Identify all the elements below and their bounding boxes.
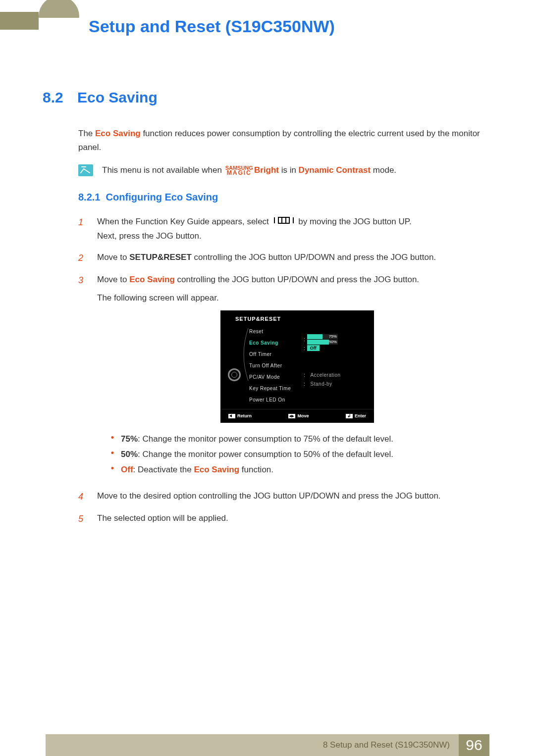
osd-item-keyrep: Key Repeat Time: [249, 384, 304, 393]
osd-move-button: ◂▸Move: [288, 412, 309, 420]
osd-footer: Return ◂▸Move ↲Enter: [220, 409, 374, 423]
return-icon: [228, 414, 235, 418]
section-number: 8.2: [43, 89, 72, 106]
text: controlling the JOG button UP/DOWN and p…: [192, 252, 436, 262]
osd-item-pcav: PC/AV Mode: [249, 373, 304, 381]
option-key: Off: [121, 465, 133, 474]
menu-icon: [273, 215, 294, 229]
osd-value-offtimer: :Off: [304, 345, 368, 351]
step-number: 2: [78, 251, 87, 266]
text: mode.: [371, 165, 396, 175]
step-number: 3: [78, 273, 87, 483]
bullet-icon: •: [97, 462, 115, 478]
osd-value-eco: : 75% 50%: [304, 336, 368, 342]
osd-item-turnoff: Turn Off After: [249, 361, 304, 370]
step-3: 3 Move to Eco Saving controlling the JOG…: [78, 273, 489, 483]
osd-values: : 75% 50% :Off : Acceleration: [304, 326, 368, 404]
text: The selected option will be applied.: [97, 513, 228, 523]
note-icon: [78, 164, 93, 176]
step-list: 1 When the Function Key Guide appears, s…: [78, 215, 489, 526]
text: function.: [239, 465, 273, 474]
option-bullets: •75%: Change the monitor power consumpti…: [97, 432, 489, 477]
osd-item-reset: Reset: [249, 327, 304, 336]
bullet-off: •Off: Deactivate the Eco Saving function…: [97, 462, 489, 478]
bullet-icon: •: [97, 447, 115, 462]
svg-rect-0: [278, 217, 289, 223]
note-row: This menu is not available when SAMSUNGM…: [78, 163, 489, 177]
step-4: 4 Move to the desired option controlling…: [78, 489, 489, 504]
text: Next, press the JOG button.: [97, 231, 202, 241]
chapter-title: Setup and Reset (S19C350NW): [89, 17, 335, 36]
section-title: Eco Saving: [77, 89, 158, 106]
step-1: 1 When the Function Key Guide appears, s…: [78, 215, 489, 244]
osd-value-powerled: : Stand-by: [304, 381, 368, 387]
page-footer: 8 Setup and Reset (S19C350NW) 96: [0, 734, 535, 756]
osd-return-button: Return: [228, 412, 252, 420]
term-eco-saving: Eco Saving: [194, 465, 239, 474]
term-eco-saving: Eco Saving: [129, 275, 175, 284]
text: The: [78, 129, 95, 138]
subsection-heading: 8.2.1 Configuring Eco Saving: [78, 192, 489, 203]
text: : Deactivate the: [133, 465, 194, 474]
intro-paragraph: The Eco Saving function reduces power co…: [78, 127, 489, 154]
enter-icon: ↲: [346, 414, 353, 418]
text: controlling the JOG button UP/DOWN and p…: [175, 275, 419, 284]
step-5: 5 The selected option will be applied.: [78, 511, 489, 527]
option-key: 75%: [121, 434, 138, 444]
samsung-magic-logo: SAMSUNGMAGIC: [225, 166, 253, 176]
note-text: This menu is not available when SAMSUNGM…: [102, 163, 396, 177]
term-eco-saving: Eco Saving: [95, 129, 141, 138]
gear-icon: [228, 368, 241, 381]
bullet-50: •50%: Change the monitor power consumpti…: [97, 447, 489, 462]
text: When the Function Key Guide appears, sel…: [97, 217, 271, 226]
step-number: 5: [78, 511, 87, 527]
text: Move to: [97, 275, 129, 284]
osd-menu-labels: Reset Eco Saving Off Timer Turn Off Afte…: [249, 326, 304, 404]
option-key: 50%: [121, 450, 138, 459]
text: : Change the monitor power consumption t…: [138, 434, 393, 444]
osd-value-keyrep: : Acceleration: [304, 372, 368, 378]
text: by moving the JOG button UP.: [298, 217, 411, 226]
osd-title: SETUP&RESET: [226, 314, 368, 327]
menu-arc: [242, 326, 249, 404]
step-number: 1: [78, 215, 87, 244]
footer-chapter: 8 Setup and Reset (S19C350NW): [323, 740, 450, 750]
manual-page: Setup and Reset (S19C350NW) 8.2 Eco Savi…: [0, 0, 535, 756]
term-bright: Bright: [254, 165, 279, 175]
subsection-number: 8.2.1: [78, 192, 100, 202]
bullet-icon: •: [97, 432, 115, 447]
eco-option-off: Off: [307, 345, 320, 351]
text: The following screen will appear.: [97, 293, 219, 302]
osd-item-powerled: Power LED On: [249, 396, 304, 404]
step-number: 4: [78, 489, 87, 504]
osd-item-offtimer: Off Timer: [249, 350, 304, 358]
text: Move to the desired option controlling t…: [97, 491, 441, 501]
page-number: 96: [459, 734, 489, 756]
move-icon: ◂▸: [288, 414, 295, 418]
text: : Change the monitor power consumption t…: [138, 450, 393, 459]
eco-option-50: 50%: [307, 340, 338, 345]
step-2: 2 Move to SETUP&RESET controlling the JO…: [78, 251, 489, 266]
section-heading: 8.2 Eco Saving: [43, 89, 489, 106]
text: is in: [279, 165, 299, 175]
term-setup-reset: SETUP&RESET: [129, 252, 192, 262]
bullet-75: •75%: Change the monitor power consumpti…: [97, 432, 489, 447]
osd-item-eco: Eco Saving: [249, 339, 304, 347]
osd-screenshot: SETUP&RESET Reset Eco Saving Off Timer T…: [220, 310, 374, 423]
subsection-title: Configuring Eco Saving: [106, 192, 218, 202]
text: Move to: [97, 252, 129, 262]
eco-option-75: 75%: [307, 334, 338, 339]
text: This menu is not available when: [102, 165, 224, 175]
osd-enter-button: ↲Enter: [346, 412, 366, 420]
term-dyncontrast: Dynamic Contrast: [299, 165, 371, 175]
